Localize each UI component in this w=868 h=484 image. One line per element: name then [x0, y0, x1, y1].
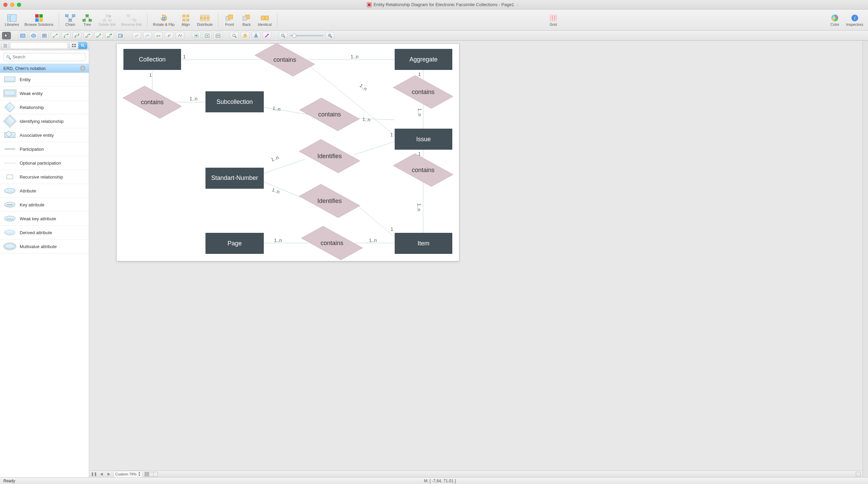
- libraries-button[interactable]: Libraries: [3, 13, 21, 27]
- stamp-tool[interactable]: [252, 32, 260, 39]
- zoom-selector[interactable]: Custom 79%▲▼: [114, 471, 142, 478]
- relationship-contains-3[interactable]: contains: [396, 76, 450, 108]
- minimize-window-button[interactable]: [10, 3, 14, 7]
- entity-item[interactable]: Item: [395, 233, 452, 254]
- page-tab-2[interactable]: [149, 472, 154, 477]
- delete-link-button[interactable]: Delete link: [96, 13, 118, 27]
- entity-collection[interactable]: Collection: [123, 49, 181, 70]
- svg-rect-40: [229, 15, 233, 19]
- relationship-contains-2[interactable]: contains: [126, 87, 179, 118]
- relationship-contains-6[interactable]: contains: [304, 227, 360, 259]
- relationship-contains-4[interactable]: contains: [302, 99, 357, 130]
- reverse-link-button[interactable]: Reverse link: [119, 13, 144, 27]
- toolbar-separator: [59, 13, 59, 27]
- library-header[interactable]: ERD, Chen's notation ×: [0, 64, 89, 73]
- panel-selector-button[interactable]: [10, 42, 68, 49]
- panel-outline-button[interactable]: [1, 42, 9, 49]
- connector-tool-3[interactable]: [73, 32, 81, 39]
- browse-solutions-button[interactable]: Browse Solutions: [22, 13, 55, 27]
- grid-view-button[interactable]: [70, 42, 78, 49]
- library-item-multivalue-attribute[interactable]: Multivalue attribute: [0, 240, 89, 254]
- pan-tool[interactable]: [241, 32, 250, 39]
- back-button[interactable]: Back: [239, 13, 254, 27]
- spline-tool[interactable]: [154, 32, 163, 39]
- library-item-participation[interactable]: Participation: [0, 142, 89, 156]
- rotate-flip-button[interactable]: Rotate & Flip: [151, 13, 177, 27]
- relationship-contains-5[interactable]: contains: [396, 154, 450, 186]
- connector-tool-5[interactable]: [94, 32, 103, 39]
- zoom-window-button[interactable]: [17, 3, 21, 7]
- vertical-scrollbar[interactable]: [863, 41, 868, 477]
- color-button[interactable]: Color: [827, 13, 843, 27]
- relationship-contains-1[interactable]: contains: [258, 44, 312, 75]
- line-tool[interactable]: [132, 32, 141, 39]
- tree-button[interactable]: Tree: [79, 13, 95, 27]
- library-item-entity[interactable]: Entity: [0, 73, 89, 87]
- entity-issue[interactable]: Issue: [395, 129, 452, 150]
- relationship-identifies-2[interactable]: Identifies: [302, 185, 357, 217]
- next-page-button[interactable]: ▶: [106, 472, 112, 477]
- rectangle-tool[interactable]: [18, 32, 27, 39]
- zoom-tool[interactable]: [230, 32, 239, 39]
- page-tab-1[interactable]: [144, 472, 149, 477]
- svg-rect-29: [183, 15, 185, 17]
- library-item-identifying-relationship[interactable]: Identifying relationship: [0, 114, 89, 128]
- connector-tool-1[interactable]: [51, 32, 60, 39]
- front-button[interactable]: Front: [222, 13, 237, 27]
- search-input[interactable]: [3, 53, 85, 61]
- canvas-scroll[interactable]: Collection Aggregate Subcollection Issue…: [89, 41, 863, 470]
- relationship-identifies-1[interactable]: Identifies: [302, 141, 357, 172]
- polyline-tool[interactable]: [176, 32, 184, 39]
- library-item-attribute[interactable]: Attribute: [0, 184, 89, 198]
- page-tab-3[interactable]: [153, 472, 158, 477]
- connector-tool-4[interactable]: [83, 32, 92, 39]
- entity-aggregate[interactable]: Aggregate: [395, 49, 452, 70]
- entity-subcollection[interactable]: Subcollection: [205, 91, 264, 112]
- svg-point-63: [56, 34, 58, 35]
- arc-tool[interactable]: [143, 32, 152, 39]
- eyedropper-tool[interactable]: [262, 32, 271, 39]
- grid-button[interactable]: Grid: [546, 13, 561, 27]
- library-item-derived-attribute[interactable]: Derived attribute: [0, 226, 89, 240]
- search-view-button[interactable]: [78, 42, 87, 49]
- text-tool[interactable]: [40, 32, 49, 39]
- library-item-optional-participation[interactable]: Optional participation: [0, 156, 89, 170]
- library-panel-header: [0, 41, 89, 50]
- entity-page[interactable]: Page: [205, 233, 264, 254]
- library-item-associative-entity[interactable]: Associative entity: [0, 128, 89, 142]
- zoom-in-button[interactable]: [326, 32, 334, 39]
- inspectors-button[interactable]: i Inspectors: [844, 13, 865, 27]
- diagram-page[interactable]: Collection Aggregate Subcollection Issue…: [116, 43, 459, 261]
- slider-knob[interactable]: [292, 34, 296, 38]
- ellipse-tool[interactable]: [29, 32, 38, 39]
- status-mouse: M: [ -7.64, 71.01 ]: [29, 479, 851, 483]
- insert-tool[interactable]: [116, 32, 125, 39]
- window-title-area[interactable]: Entity Relationship Diagram for Electron…: [21, 2, 865, 7]
- prev-page-button[interactable]: ◀: [99, 472, 104, 477]
- pointer-tool[interactable]: [2, 32, 11, 39]
- close-icon[interactable]: ×: [80, 66, 85, 71]
- pause-icon[interactable]: ❚❚: [91, 472, 97, 477]
- chain-button[interactable]: Chain: [62, 13, 78, 27]
- library-item-recursive-relationship[interactable]: Recursive relationship: [0, 170, 89, 184]
- zoom-slider[interactable]: [290, 35, 323, 36]
- connector-tool-2[interactable]: [62, 32, 71, 39]
- identical-button[interactable]: Identical: [256, 13, 274, 27]
- snap-tool-2[interactable]: [203, 32, 212, 39]
- align-button[interactable]: Align: [178, 13, 194, 27]
- snap-tool-3[interactable]: [214, 32, 222, 39]
- library-item-weak-entity[interactable]: Weak entity: [0, 87, 89, 100]
- connector-tool-6[interactable]: [105, 32, 114, 39]
- library-item-relationship[interactable]: Relationship: [0, 100, 89, 114]
- snap-tool-1[interactable]: [192, 32, 201, 39]
- toolbar-label: Identical: [258, 22, 272, 26]
- library-item-key-attribute[interactable]: Key attribute: [0, 198, 89, 212]
- svg-rect-10: [69, 19, 72, 21]
- corner-widget[interactable]: [856, 472, 861, 477]
- bezier-tool[interactable]: [165, 32, 174, 39]
- close-window-button[interactable]: [3, 3, 7, 7]
- entity-standart-number[interactable]: Standart-Number: [205, 168, 264, 189]
- distribute-button[interactable]: Distribute: [195, 13, 215, 27]
- library-item-weak-key-attribute[interactable]: Weak key attribute: [0, 212, 89, 226]
- zoom-out-button[interactable]: [279, 32, 288, 39]
